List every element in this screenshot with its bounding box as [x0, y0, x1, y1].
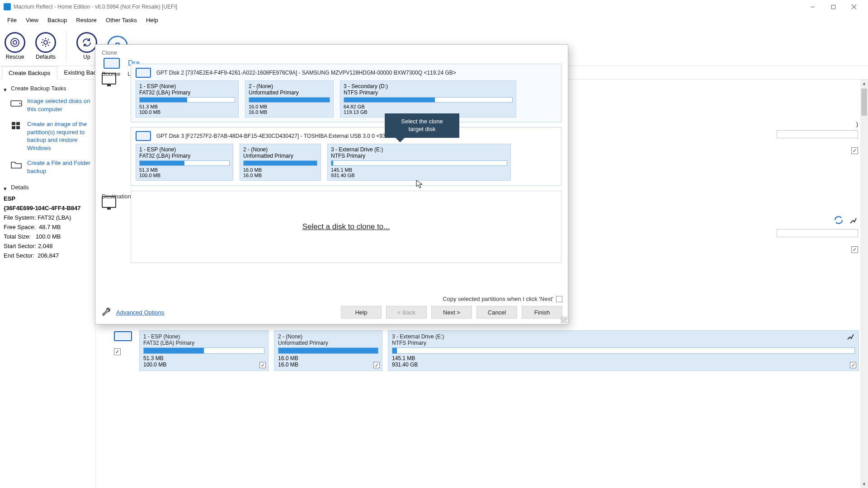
window-title: Macrium Reflect - Home Edition - v8.0.59…	[14, 4, 177, 10]
tool-rescue[interactable]: Rescue	[5, 32, 25, 60]
checkbox-icon[interactable]: ✓	[259, 362, 266, 368]
refresh-icon[interactable]	[834, 215, 844, 225]
partition-used: 51.3 MB	[139, 104, 235, 109]
tab-create-backups[interactable]: Create Backups	[2, 66, 57, 80]
minimize-button[interactable]	[802, 0, 823, 14]
gear-icon	[35, 32, 56, 53]
details-total-size: Total Size: 100.0 MB	[4, 232, 92, 241]
partition-total: 100.0 MB	[139, 109, 235, 115]
details-name: ESP	[4, 192, 92, 203]
menu-restore[interactable]: Restore	[71, 15, 101, 25]
checkbox-icon[interactable]: ✓	[373, 362, 380, 368]
app-icon	[4, 3, 11, 10]
partition-total: 100.0 MB	[139, 173, 230, 178]
monitor-icon	[102, 196, 116, 208]
bg-partition-1[interactable]: 1 - ESP (None) FAT32 (LBA) Primary 51.3 …	[139, 330, 269, 371]
vertical-scrollbar[interactable]: ▲ ▼	[860, 80, 868, 488]
menu-backup[interactable]: Backup	[43, 15, 71, 25]
usage-bar	[777, 229, 858, 237]
partition-name: 2 - (None)	[243, 146, 317, 153]
next-button[interactable]: Next >	[431, 306, 472, 319]
windows-icon	[10, 120, 23, 131]
menu-help[interactable]: Help	[142, 15, 163, 25]
destination-panel: Select a disk to clone to...	[131, 191, 561, 263]
sidebar: ▾ Create Backup Tasks Image selected dis…	[0, 80, 96, 488]
svg-point-4	[11, 38, 19, 47]
sidebar-section-details[interactable]: ▾ Details	[4, 182, 92, 192]
svg-rect-10	[16, 122, 20, 125]
close-button[interactable]	[844, 0, 864, 14]
cancel-button[interactable]: Cancel	[476, 306, 517, 319]
partition-used: 16.0 MB	[249, 104, 330, 109]
details-guid: {36F4E699-104C-4FF4-B847	[4, 203, 92, 213]
usage-bar	[344, 97, 513, 103]
run-icon[interactable]	[848, 215, 858, 225]
title-bar: Macrium Reflect - Home Edition - v8.0.59…	[0, 0, 868, 14]
disk-icon	[136, 68, 151, 78]
monitor-icon	[102, 73, 116, 84]
task-label: Create a File and Folder backup	[27, 159, 92, 175]
copy-partitions-label: Copy selected partitions when I click 'N…	[443, 296, 553, 302]
task-label: Create an image of the partition(s) requ…	[27, 120, 92, 152]
menu-file[interactable]: File	[3, 15, 21, 25]
partition-card[interactable]: 2 - (None)Unformatted Primary16.0 MB16.0…	[240, 144, 321, 181]
candidate-disk-panel[interactable]: GPT Disk 3 [F27257F2-B7AB-48D4-BF15-4E30…	[131, 127, 561, 186]
svg-rect-9	[12, 122, 15, 125]
task-image-selected-disks[interactable]: Image selected disks on this computer	[4, 94, 92, 117]
resize-grip[interactable]	[561, 317, 567, 323]
tool-updates[interactable]: Up	[76, 32, 97, 60]
copy-partitions-checkbox[interactable]	[556, 296, 562, 302]
finish-button[interactable]: Finish	[522, 306, 562, 319]
svg-rect-12	[16, 126, 20, 129]
life-ring-icon	[5, 32, 25, 53]
checkbox-icon[interactable]: ✓	[850, 362, 856, 368]
partition-total: 16.0 MB	[243, 173, 317, 178]
task-file-folder-backup[interactable]: Create a File and Folder backup	[4, 155, 92, 178]
partition-card[interactable]: 3 - Secondary (D:)NTFS Primary64.82 GB11…	[340, 80, 516, 117]
partition-total: 16.0 MB	[249, 109, 330, 115]
task-image-windows-partitions[interactable]: Create an image of the partition(s) requ…	[4, 117, 92, 155]
checkbox-icon[interactable]: ✓	[851, 246, 858, 253]
task-label: Image selected disks on this computer	[27, 97, 92, 113]
svg-rect-11	[12, 126, 15, 129]
partition-used: 145.1 MB	[331, 167, 507, 173]
select-destination-link[interactable]: Select a disk to clone to...	[302, 222, 390, 231]
disk-icon	[136, 131, 151, 141]
bg-partition-2[interactable]: 2 - (None) Unformatted Primary 16.0 MB 1…	[274, 330, 382, 371]
back-button: < Back	[386, 306, 427, 319]
disk-checkbox[interactable]: ✓	[114, 348, 121, 355]
svg-point-5	[13, 41, 17, 44]
partition-card[interactable]: 3 - External Drive (E:)NTFS Primary145.1…	[327, 144, 511, 181]
tool-defaults[interactable]: Defaults	[35, 32, 56, 60]
advanced-options-link[interactable]: Advanced Options	[101, 306, 164, 318]
menu-other-tasks[interactable]: Other Tasks	[101, 15, 142, 25]
partition-card[interactable]: 2 - (None)Unformatted Primary16.0 MB16.0…	[245, 80, 334, 117]
help-button[interactable]: Help	[341, 306, 382, 319]
scroll-thumb[interactable]	[861, 89, 867, 116]
usage-bar	[139, 160, 230, 166]
partition-name: 1 - ESP (None)	[139, 83, 235, 89]
partition-used: 51.3 MB	[139, 167, 230, 173]
sidebar-section-backup-tasks[interactable]: ▾ Create Backup Tasks	[4, 83, 92, 94]
details-panel: ESP {36F4E699-104C-4FF4-B847 File System…	[4, 192, 92, 260]
partition-card[interactable]: 1 - ESP (None)FAT32 (LBA) Primary51.3 MB…	[136, 144, 233, 181]
scroll-up-arrow[interactable]: ▲	[860, 80, 868, 87]
refresh-icon	[76, 32, 97, 53]
checkbox-icon[interactable]: ✓	[851, 147, 858, 154]
disk-header: GPT Disk 2 [7374E2E4-F4F9-4261-A022-1608…	[156, 70, 456, 76]
partition-card[interactable]: 1 - ESP (None)FAT32 (LBA) Primary51.3 MB…	[136, 80, 239, 117]
maximize-button[interactable]	[823, 0, 844, 14]
usage-bar	[139, 97, 235, 103]
usage-bar	[331, 160, 507, 166]
bg-partition-3[interactable]: 3 - External Drive (E:) NTFS Primary 145…	[388, 330, 859, 371]
partition-fs: NTFS Primary	[344, 89, 513, 96]
disk-icon	[10, 97, 23, 108]
partition-name: 2 - (None)	[249, 83, 330, 89]
run-icon[interactable]	[846, 333, 856, 342]
scroll-down-arrow[interactable]: ▼	[860, 480, 868, 488]
chevron-down-icon: ▾	[4, 185, 8, 190]
menu-view[interactable]: View	[21, 15, 43, 25]
chevron-down-icon: ▾	[4, 86, 8, 91]
svg-point-8	[19, 103, 21, 104]
usage-bar	[777, 130, 858, 138]
